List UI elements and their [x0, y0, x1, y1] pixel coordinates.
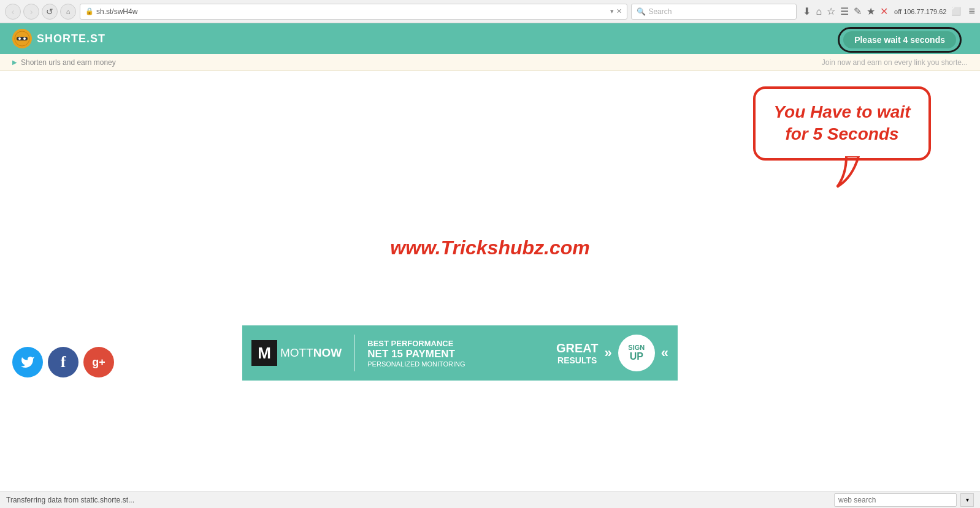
ad-banner[interactable]: M MOTTNOW BEST PERFORMANCE NET 15 PAYMEN…	[242, 325, 678, 381]
bookmark-icon[interactable]: ☆	[827, 6, 835, 17]
search-placeholder: Search	[648, 7, 672, 16]
arrow-icon: ▶	[12, 59, 17, 66]
extension-icon: ⬜	[951, 7, 961, 16]
googleplus-button[interactable]: g+	[83, 347, 114, 377]
speech-bubble-annotation: You Have to wait for 5 Seconds	[753, 86, 931, 161]
svg-point-3	[18, 37, 21, 40]
web-search-area: ▾	[834, 493, 974, 507]
ad-logo-text: MOTTNOW	[280, 346, 342, 360]
twitter-button[interactable]	[12, 347, 43, 377]
site-header: SHORTE.ST Please wait 4 seconds	[0, 23, 980, 54]
wait-button-container: Please wait 4 seconds	[838, 27, 962, 53]
address-clear-icon[interactable]: ▾	[610, 7, 614, 15]
address-text: sh.st/swH4w	[96, 7, 608, 16]
ad-divider	[354, 335, 355, 371]
pencil-icon[interactable]: ✎	[854, 6, 862, 17]
main-content: www.Trickshubz.com You Have to wait for …	[0, 71, 980, 414]
wait-button[interactable]: Please wait 4 seconds	[843, 31, 956, 48]
reload-button[interactable]: ↺	[42, 4, 58, 20]
address-x-icon[interactable]: ✕	[616, 7, 622, 15]
address-bar[interactable]: 🔒 sh.st/swH4w ▾ ✕	[80, 4, 627, 20]
forward-button[interactable]: ›	[23, 4, 39, 20]
close-icon[interactable]: ✕	[880, 6, 888, 17]
reader-icon[interactable]: ☰	[840, 6, 849, 17]
star-icon[interactable]: ★	[867, 6, 875, 17]
menu-icon[interactable]: ≡	[968, 5, 975, 18]
home-button[interactable]: ⌂	[60, 4, 76, 20]
bubble-tail-svg	[828, 156, 877, 190]
web-search-dropdown[interactable]: ▾	[960, 493, 974, 507]
ad-right: GREAT RESULTS » SIGN UP «	[556, 335, 668, 371]
wait-button-annotation: Please wait 4 seconds	[838, 27, 962, 53]
home-icon[interactable]: ⌂	[816, 6, 822, 17]
sub-header-text: Shorten urls and earn money	[21, 58, 116, 67]
svg-rect-2	[17, 37, 28, 40]
bubble-text: You Have to wait for 5 Seconds	[771, 101, 913, 146]
web-search-input[interactable]	[834, 493, 957, 507]
sub-header: ▶ Shorten urls and earn money Join now a…	[0, 54, 980, 71]
browser-chrome: ‹ › ↺ ⌂ 🔒 sh.st/swH4w ▾ ✕ 🔍 Search ⬇ ⌂ ☆…	[0, 0, 980, 23]
ip-label: off 106.77.179.62	[894, 8, 946, 15]
ad-content: BEST PERFORMANCE NET 15 PAYMENT PERSONAL…	[367, 339, 547, 368]
sub-header-left: ▶ Shorten urls and earn money	[12, 58, 116, 67]
logo-icon	[12, 29, 32, 48]
search-icon: 🔍	[637, 7, 646, 16]
ad-subtitle: NET 15 PAYMENT	[367, 348, 547, 360]
svg-point-4	[23, 37, 26, 40]
lock-icon: 🔒	[85, 7, 94, 15]
nav-buttons: ‹ › ↺ ⌂	[5, 4, 76, 20]
browser-icons: ⬇ ⌂ ☆ ☰ ✎ ★ ✕ off 106.77.179.62 ⬜ ≡	[803, 5, 975, 18]
watermark-url: www.Trickshubz.com	[390, 237, 589, 259]
ad-logo-m: M	[251, 340, 277, 366]
ad-logo: M MOTTNOW	[251, 340, 342, 366]
logo-text: SHORTE.ST	[37, 32, 105, 45]
ad-great-results: GREAT RESULTS	[556, 341, 599, 365]
sub-header-right: Join now and earn on every link you shor…	[822, 58, 968, 67]
status-bar: Transferring data from static.shorte.st.…	[0, 491, 980, 508]
ad-signup-button[interactable]: SIGN UP	[618, 335, 655, 371]
ad-arrows-right: »	[605, 345, 612, 361]
social-icons: f g+	[12, 347, 114, 377]
back-button[interactable]: ‹	[5, 4, 21, 20]
search-bar[interactable]: 🔍 Search	[631, 4, 797, 20]
ad-sub3: PERSONALIZED MONITORING	[367, 360, 547, 368]
status-text: Transferring data from static.shorte.st.…	[6, 496, 834, 504]
facebook-button[interactable]: f	[48, 347, 78, 377]
download-icon[interactable]: ⬇	[803, 6, 811, 17]
ad-title: BEST PERFORMANCE	[367, 339, 547, 348]
logo-area: SHORTE.ST	[12, 29, 105, 48]
ad-arrows-left: «	[661, 345, 668, 361]
